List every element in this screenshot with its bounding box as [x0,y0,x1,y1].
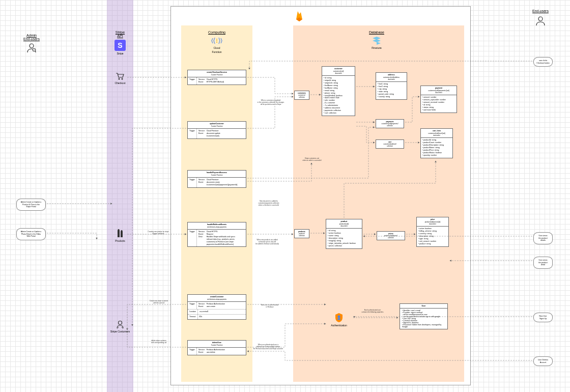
func-updateCustomer[interactable]: updateCustomerCustom Function TriggerSer… [187,121,246,139]
doc-cart-item[interactable]: cart_itemcustomers/{uid}/cart/{uid} docu… [420,128,453,158]
coll-customers[interactable]: customerscustomers/ collection [294,91,309,100]
callout-admin-product: Admin Create or Update a Product & Price… [16,199,46,211]
note-auth-props: Each authenticated user contains the fol… [358,310,387,314]
svg-point-8 [538,17,543,21]
svg-point-2 [119,78,120,80]
lane-stripe [107,0,133,392]
coll-payments[interactable]: paymentscustomers/{uid}/payments/ collec… [376,119,404,128]
products-icon [115,228,125,238]
admin-column-header: Admin End-users [11,34,52,53]
note-payment-doc: New document is added to customers/payme… [253,201,284,207]
svg-point-7 [216,42,217,43]
cloud-function-icon [211,36,223,45]
callout-user-signup: New User Signs Up [533,313,553,322]
doc-user[interactable]: User Identifier: user's emailProvider: s… [400,303,448,329]
endusers-column-header: End-users [520,9,561,26]
svg-point-6 [216,40,217,41]
cart-icon [116,72,125,80]
computing-column-header: Computing Cloud Function [196,31,237,53]
doc-payment[interactable]: paymentcustomers/{uid}/payments/{uid} do… [420,86,457,113]
note-delete-stripe-cust: delete stripe customer with correspondin… [145,340,173,344]
firestore-icon [372,36,382,45]
auth-shield-icon [334,313,344,323]
doc-product[interactable]: productproducts/{uid} document id: strin… [326,219,362,249]
func-handlePaymentSuccess[interactable]: handlePaymentSuccessCustom Function Trig… [187,170,246,188]
coll-prices[interactable]: pricesproducts/{uid}/prices/ collection [377,231,405,240]
svg-point-9 [338,316,340,318]
note-delete-user: When an authenticated user is deleted fr… [251,344,285,350]
doc-price[interactable]: priceproducts/{id}/prices/{id} document … [416,217,449,247]
customers-icon [116,320,125,329]
svg-point-0 [30,44,34,48]
doc-address[interactable]: addresscustomers/{uid}/address document … [376,72,407,100]
func-createCheckoutSession[interactable]: createCheckoutSessionCustom Function Tri… [187,70,246,85]
stripe-checkout-section: Checkout [100,72,140,85]
coll-products[interactable]: productsproducts/ collection [294,229,309,238]
callout-user-checkout: user clicks Checkout button [533,57,553,67]
func-handleWebhookEvents[interactable]: handleWebhookEventsext-firestore-stripe-… [187,222,246,247]
stripe-column-header: Stripe API S Stripe [100,31,140,55]
stripe-logo-icon: S [115,40,126,51]
user-icon [535,16,546,26]
svg-point-3 [122,78,123,80]
func-deleteUser[interactable]: deleteUserCustom Function TriggerService… [187,340,246,355]
callout-user-delete: User Deletes Account [533,356,553,366]
doc-customer[interactable]: customercustomers/{uid} document id: str… [322,66,355,116]
admin-user-icon [26,43,37,53]
note-customer-update: When a customer-is-updated in the custom… [253,100,288,106]
stripe-products-section: Products [100,228,140,242]
auth-section: Authentication [324,313,354,327]
note-new-user-auth: New user is authenticated in Firebase [256,304,283,309]
note-cart-clear: Stripe customers cart when an order is s… [299,158,325,162]
svg-point-4 [119,321,122,325]
callout-admin-photo: Admin Create or Update a Photo Detail in… [16,228,46,240]
firebase-icon [295,10,303,21]
database-column-header: Database Firestore [356,31,397,49]
func-createCustomer[interactable]: createCustomerext-firestore-stripe-payme… [187,294,246,320]
svg-point-5 [216,39,217,40]
callout-user-product-detail: User views the product detail [533,257,553,269]
note-create-stripe-cust: Create new stripe customer with the same… [145,300,173,304]
note-webhook: Creating new product on stripe triggers … [144,231,173,235]
stripe-customers-section: Stripe Customers [100,320,140,333]
coll-cart[interactable]: cartcustomers/{uid}/cart/ collection [376,139,404,149]
callout-user-products: User views the product details [533,232,553,244]
note-new-products: When new products are added to firestore… [251,239,283,245]
